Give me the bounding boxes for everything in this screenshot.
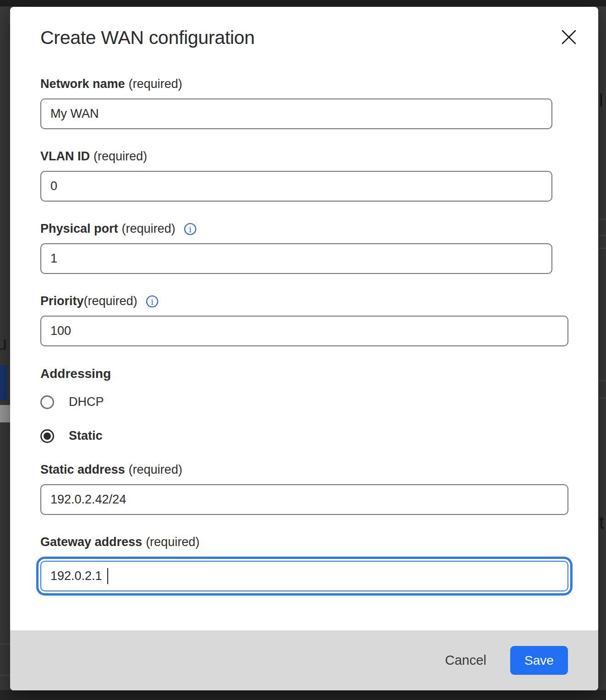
close-icon[interactable] bbox=[560, 28, 578, 46]
addressing-option-dhcp[interactable]: DHCP bbox=[40, 395, 568, 409]
radio-selected-icon[interactable] bbox=[40, 429, 54, 443]
dialog-title: Create WAN configuration bbox=[40, 27, 568, 49]
background-divider bbox=[599, 398, 606, 399]
static-address-input[interactable] bbox=[40, 484, 568, 515]
background-divider bbox=[0, 644, 10, 645]
gateway-address-label: Gateway address (required) bbox=[40, 535, 568, 549]
priority-label: Priority (required) i bbox=[40, 294, 568, 308]
background-divider bbox=[599, 380, 606, 381]
text-caret bbox=[107, 568, 108, 584]
priority-input[interactable] bbox=[40, 316, 568, 346]
background-bottom-strip bbox=[0, 690, 606, 700]
network-name-label: Network name (required) bbox=[40, 77, 568, 91]
physical-port-input[interactable] bbox=[40, 243, 552, 274]
info-icon[interactable]: i bbox=[184, 223, 197, 235]
vlan-id-input[interactable] bbox=[40, 171, 552, 202]
background-divider bbox=[599, 235, 606, 236]
background-top-strip bbox=[0, 0, 606, 6]
addressing-heading: Addressing bbox=[40, 366, 568, 381]
background-text-fragment: u bbox=[0, 333, 7, 354]
background-row-fragment bbox=[0, 405, 10, 422]
background-text-fragment: g bbox=[0, 0, 10, 34]
create-wan-configuration-dialog: Create WAN configuration Network name (r… bbox=[10, 7, 598, 690]
gateway-address-input[interactable] bbox=[40, 561, 568, 591]
background-caret-fragment bbox=[600, 93, 602, 106]
network-name-input[interactable] bbox=[40, 98, 552, 129]
background-text-fragment: t bbox=[599, 512, 606, 533]
dialog-footer: Cancel Save bbox=[10, 630, 598, 690]
svg-text:i: i bbox=[151, 297, 154, 306]
radio-label: DHCP bbox=[69, 395, 104, 409]
cancel-button[interactable]: Cancel bbox=[445, 653, 486, 668]
radio-unselected-icon[interactable] bbox=[40, 395, 54, 409]
addressing-option-static[interactable]: Static bbox=[40, 429, 568, 443]
background-blue-button-fragment bbox=[0, 365, 7, 400]
gateway-address-field-wrapper bbox=[40, 561, 568, 591]
physical-port-label: Physical port (required) i bbox=[40, 222, 568, 236]
background-divider bbox=[0, 675, 10, 676]
radio-label: Static bbox=[69, 429, 103, 443]
save-button[interactable]: Save bbox=[510, 646, 568, 675]
svg-text:i: i bbox=[189, 225, 192, 234]
background-divider bbox=[599, 248, 606, 249]
static-address-label: Static address (required) bbox=[40, 463, 568, 477]
vlan-id-label: VLAN ID (required) bbox=[40, 149, 568, 164]
info-icon[interactable]: i bbox=[146, 295, 159, 308]
background-divider bbox=[599, 219, 606, 220]
